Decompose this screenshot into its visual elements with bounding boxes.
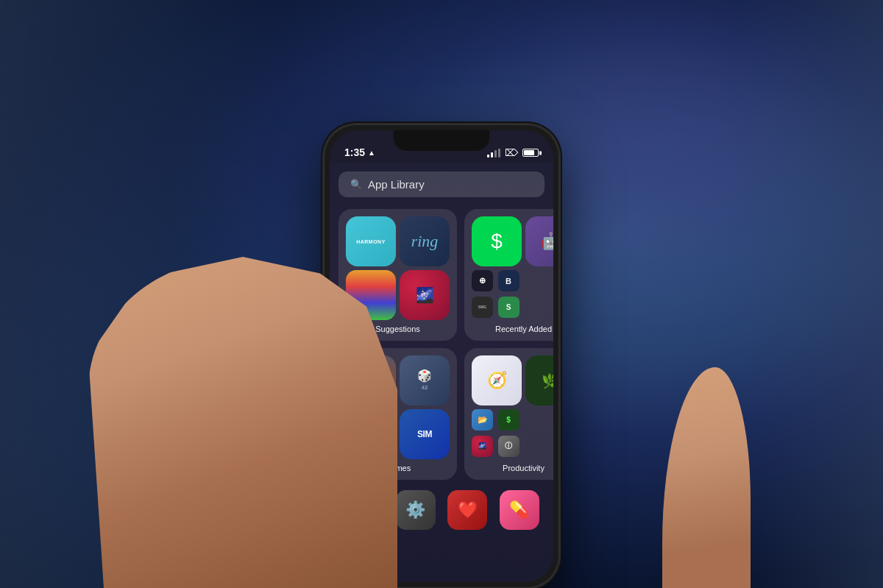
app-robot[interactable]: 🤖	[525, 216, 553, 266]
small-group-productivity: 📂 $ 🌌 ⓘ	[472, 409, 522, 459]
app-zoom[interactable]: ⊕	[472, 270, 493, 291]
app-robinhood[interactable]: 🌿	[525, 355, 553, 405]
status-time: 1:35 ▲	[344, 146, 375, 158]
app-info[interactable]: ⓘ	[498, 436, 519, 457]
small-group-1: ⊕ B SMG S	[472, 270, 522, 320]
recently-added-grid: $ 🤖 ⊕ B SMG S	[472, 216, 553, 320]
app-files[interactable]: 📂	[472, 409, 493, 431]
app-ring[interactable]: ring	[400, 216, 450, 266]
app-sims[interactable]: SIM	[400, 409, 450, 459]
productivity-section: 🧭 🌿 📂 $ 🌌 ⓘ	[464, 348, 553, 480]
time-display: 1:35	[344, 146, 365, 158]
signal-icon	[487, 149, 500, 157]
status-icons: ⌦	[487, 147, 539, 158]
productivity-label: Productivity	[472, 459, 553, 472]
app-dice[interactable]: 🎲 42	[400, 355, 450, 405]
app-dollar-green[interactable]: $	[498, 409, 519, 431]
app-nova-small[interactable]: 🌌	[472, 436, 493, 457]
app-harmony[interactable]: HARMONY	[346, 216, 396, 266]
bottom-app-4[interactable]: 💊	[500, 490, 539, 530]
app-b[interactable]: B	[498, 270, 519, 291]
recently-added-label: Recently Added	[472, 320, 553, 333]
hand	[88, 257, 397, 588]
app-s-green[interactable]: S	[498, 297, 519, 318]
location-icon: ▲	[368, 149, 375, 157]
recently-added-section: $ 🤖 ⊕ B SMG S	[464, 209, 553, 341]
app-cash[interactable]: $	[472, 216, 522, 266]
bottom-app-2[interactable]: ⚙️	[396, 490, 436, 530]
bottom-app-3[interactable]: ❤️	[447, 490, 487, 530]
search-label: App Library	[368, 178, 425, 191]
productivity-grid: 🧭 🌿 📂 $ 🌌 ⓘ	[472, 355, 553, 459]
search-bar[interactable]: 🔍 App Library	[338, 171, 545, 197]
wifi-icon: ⌦	[505, 147, 518, 158]
app-smg[interactable]: SMG	[472, 297, 493, 318]
app-safari[interactable]: 🧭	[472, 355, 522, 405]
notch	[394, 130, 489, 151]
search-icon: 🔍	[350, 179, 362, 190]
app-galaxy-nova[interactable]: 🌌	[400, 270, 450, 320]
battery-icon	[522, 149, 539, 157]
